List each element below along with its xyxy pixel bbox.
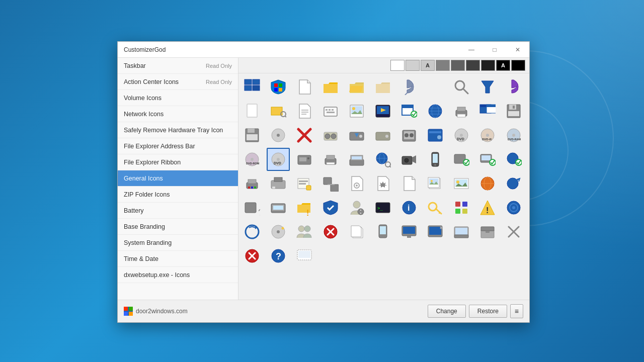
icon-cell[interactable] (267, 220, 290, 243)
icon-cell[interactable]: DVD-ROM (240, 148, 264, 171)
icon-cell[interactable] (267, 172, 290, 195)
icon-cell[interactable] (476, 100, 499, 123)
icon-cell[interactable] (424, 75, 447, 99)
icon-cell[interactable] (319, 75, 342, 99)
icon-cell[interactable] (293, 172, 316, 195)
icon-cell[interactable] (450, 148, 473, 171)
icon-cell[interactable] (450, 75, 473, 99)
color-swatch-darkest[interactable] (481, 60, 495, 71)
icon-cell[interactable] (371, 148, 394, 171)
icon-cell[interactable] (397, 148, 421, 171)
color-swatch-black[interactable] (511, 60, 525, 71)
icon-cell[interactable] (293, 124, 316, 147)
icon-cell[interactable] (240, 100, 264, 123)
icon-cell[interactable] (267, 75, 290, 99)
color-swatch-white[interactable] (390, 60, 405, 71)
icon-cell[interactable] (371, 75, 394, 99)
restore-button[interactable]: Restore (469, 305, 507, 318)
icon-cell[interactable] (240, 172, 264, 195)
maximize-button[interactable]: □ (483, 42, 506, 58)
icon-cell[interactable] (345, 196, 368, 219)
icon-cell[interactable] (319, 148, 342, 171)
icon-cell[interactable] (345, 148, 368, 171)
icon-cell[interactable] (424, 172, 447, 195)
icon-cell[interactable] (293, 148, 316, 171)
icon-cell[interactable] (476, 148, 499, 171)
icon-cell[interactable] (424, 196, 447, 219)
sidebar-item-file-explorer-ribbon[interactable]: File Explorer Ribbon (118, 154, 238, 170)
icon-cell[interactable] (240, 220, 264, 243)
menu-button[interactable]: ≡ (510, 304, 523, 318)
icon-cell[interactable] (319, 124, 342, 147)
color-swatch-darker[interactable] (466, 60, 480, 71)
icon-cell[interactable] (345, 172, 368, 195)
icon-cell[interactable] (450, 220, 473, 243)
icon-cell[interactable] (240, 244, 264, 267)
icon-cell[interactable] (345, 124, 368, 147)
icon-cell[interactable]: DVD (450, 124, 473, 147)
icon-cell[interactable] (397, 75, 421, 99)
color-swatch-darkgray[interactable] (451, 60, 465, 71)
icon-cell[interactable] (450, 100, 473, 123)
icon-cell[interactable]: ? (240, 196, 264, 219)
icon-cell[interactable]: >_ (371, 196, 394, 219)
color-swatch-a1[interactable]: A (421, 60, 435, 71)
icon-cell-selected[interactable]: DVD (267, 148, 290, 171)
icon-cell[interactable] (293, 75, 316, 99)
icon-cell[interactable] (345, 220, 368, 243)
icon-cell[interactable] (502, 75, 525, 99)
sidebar-item-time-date[interactable]: Time & Date (118, 251, 238, 267)
icon-cell[interactable] (267, 100, 290, 123)
sidebar-item-action-center-icons[interactable]: Action Center Icons Read Only (118, 74, 238, 90)
sidebar-item-zip-folder-icons[interactable]: ZIP Folder Icons (118, 187, 238, 203)
sidebar-item-battery[interactable]: Battery (118, 203, 238, 219)
icon-cell[interactable] (319, 220, 342, 243)
minimize-button[interactable]: — (460, 42, 483, 58)
icon-cell[interactable] (240, 124, 264, 147)
icon-cell[interactable] (371, 100, 394, 123)
icon-cell[interactable] (424, 100, 447, 123)
icon-cell[interactable] (319, 172, 342, 195)
icon-cell[interactable] (397, 124, 421, 147)
icon-cell[interactable] (345, 75, 368, 99)
icon-cell[interactable] (293, 100, 316, 123)
icon-cell[interactable] (450, 196, 473, 219)
icon-cell[interactable]: i (397, 196, 421, 219)
icon-cell[interactable] (502, 220, 525, 243)
color-swatch-gray[interactable] (436, 60, 450, 71)
icon-cell[interactable] (397, 100, 421, 123)
icon-cell[interactable] (397, 172, 421, 195)
sidebar-item-taskbar[interactable]: Taskbar Read Only (118, 58, 238, 74)
color-swatch-lightgray[interactable] (406, 60, 420, 71)
icon-cell[interactable]: ! (293, 196, 316, 219)
icon-cell[interactable] (319, 196, 342, 219)
sidebar-item-volume-icons[interactable]: Volume Icons (118, 90, 238, 106)
icon-cell[interactable]: DVD-R (476, 124, 499, 147)
sidebar-item-system-branding[interactable]: System Branding (118, 235, 238, 251)
close-button[interactable]: ✕ (506, 42, 529, 58)
change-button[interactable]: Change (428, 305, 466, 318)
icon-cell[interactable] (450, 172, 473, 195)
icon-cell[interactable] (424, 220, 447, 243)
sidebar-item-base-branding[interactable]: Base Branding (118, 219, 238, 235)
icon-cell[interactable]: DVD-RAM (502, 124, 525, 147)
icon-cell[interactable] (424, 148, 447, 171)
sidebar-item-network-icons[interactable]: Network Icons (118, 106, 238, 122)
icon-cell[interactable] (267, 196, 290, 219)
sidebar-item-dxwebsetup[interactable]: dxwebsetup.exe - Icons (118, 267, 238, 283)
icon-cell[interactable]: ! (476, 196, 499, 219)
icon-cell[interactable] (476, 220, 499, 243)
sidebar-item-general-icons[interactable]: General Icons (118, 170, 238, 187)
icon-cell[interactable] (476, 75, 499, 99)
icon-cell[interactable] (502, 100, 525, 123)
icon-cell[interactable] (319, 100, 342, 123)
icon-cell[interactable] (424, 124, 447, 147)
icon-cell[interactable] (502, 148, 525, 171)
icon-cell[interactable] (476, 172, 499, 195)
icon-cell[interactable] (502, 172, 525, 195)
icon-cell[interactable]: ? (267, 244, 290, 267)
icon-cell[interactable] (371, 172, 394, 195)
icon-cell[interactable] (371, 220, 394, 243)
icon-cell[interactable] (397, 220, 421, 243)
color-swatch-a2[interactable]: A (496, 60, 510, 71)
